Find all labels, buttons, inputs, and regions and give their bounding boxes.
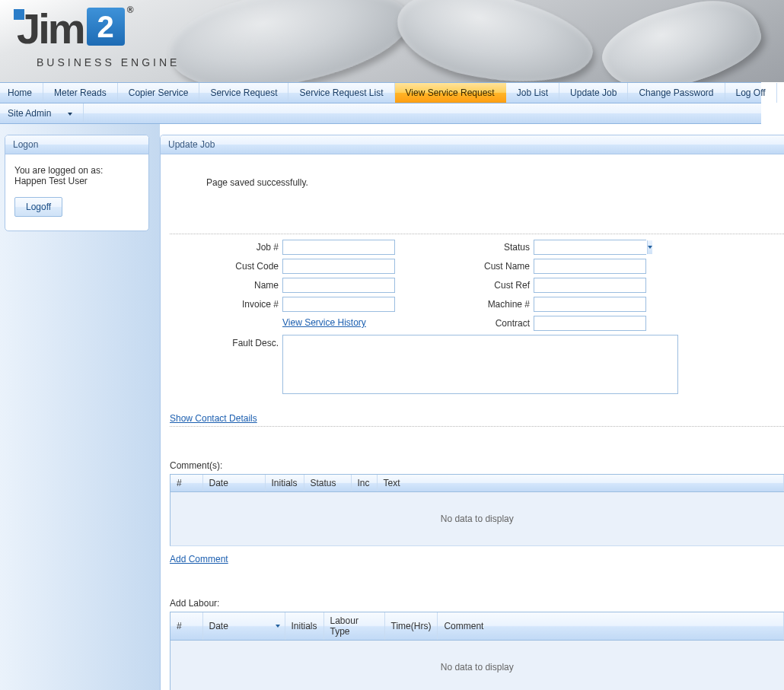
menu-copier-service[interactable]: Copier Service [118, 83, 200, 103]
primary-menubar: Home Meter Reads Copier Service Service … [0, 82, 761, 103]
input-fault-desc[interactable] [282, 335, 678, 394]
header-banner: Jim 2 ® BUSINESS ENGINE [0, 0, 784, 82]
menu-home[interactable]: Home [0, 83, 43, 103]
label-contract: Contract [397, 316, 534, 331]
view-service-history-link[interactable]: View Service History [282, 317, 366, 328]
input-cust-code[interactable] [282, 259, 395, 274]
label-fault-desc: Fault Desc. [161, 335, 282, 396]
labour-col-comment[interactable]: Comment [438, 612, 784, 641]
show-contact-details-link[interactable]: Show Contact Details [170, 413, 257, 424]
label-cust-code: Cust Code [161, 259, 282, 274]
labour-grid: # Date Initials Labour Type Time(Hrs) Co… [170, 612, 784, 690]
add-comment-link[interactable]: Add Comment [170, 554, 228, 564]
label-name: Name [161, 278, 282, 293]
label-status: Status [397, 240, 534, 255]
logon-user-name: Happen Test User [14, 176, 139, 186]
labour-col-type[interactable]: Labour Type [323, 612, 384, 641]
menu-site-admin-label: Site Admin [8, 108, 51, 119]
input-status[interactable] [534, 240, 646, 255]
input-contract[interactable] [534, 316, 646, 331]
input-cust-ref[interactable] [534, 278, 646, 293]
comments-col-date[interactable]: Date [202, 475, 265, 492]
sort-desc-icon [276, 625, 280, 628]
labour-title: Add Labour: [170, 598, 784, 609]
chevron-down-icon [68, 113, 72, 116]
menu-log-off[interactable]: Log Off [725, 83, 777, 103]
menu-view-service-request[interactable]: View Service Request [395, 83, 506, 103]
menu-service-request[interactable]: Service Request [199, 83, 288, 103]
menu-service-request-list[interactable]: Service Request List [288, 83, 394, 103]
labour-grid-header: # Date Initials Labour Type Time(Hrs) Co… [171, 612, 784, 641]
labour-col-date[interactable]: Date [202, 612, 285, 641]
comments-grid-header: # Date Initials Status Inc Text [171, 475, 784, 492]
label-cust-ref: Cust Ref [397, 278, 534, 293]
logoff-button[interactable]: Logoff [14, 197, 62, 217]
input-job-no[interactable] [282, 240, 395, 255]
labour-col-date-label: Date [209, 621, 228, 631]
label-cust-name: Cust Name [397, 259, 534, 274]
secondary-menubar: Site Admin [0, 103, 761, 124]
input-status-text[interactable] [534, 240, 647, 254]
comments-empty: No data to display [171, 492, 784, 545]
comments-col-inc[interactable]: Inc [351, 475, 377, 492]
input-name[interactable] [282, 278, 395, 293]
update-job-panel: Update Job Page saved successfully. Job … [160, 135, 784, 690]
workspace: Logon You are logged on as: Happen Test … [0, 124, 784, 690]
logon-panel-header: Logon [5, 135, 148, 154]
labour-empty: No data to display [171, 641, 784, 690]
comments-col-text[interactable]: Text [377, 475, 783, 492]
success-message: Page saved successfully. [161, 177, 784, 188]
logon-status-line: You are logged on as: [14, 165, 139, 176]
label-machine-no: Machine # [397, 297, 534, 312]
menu-change-password[interactable]: Change Password [628, 83, 725, 103]
comments-title: Comment(s): [170, 460, 784, 471]
comments-col-status[interactable]: Status [304, 475, 351, 492]
logon-panel: Logon You are logged on as: Happen Test … [5, 135, 149, 231]
comments-col-initials[interactable]: Initials [265, 475, 304, 492]
input-machine-no[interactable] [534, 297, 646, 312]
menu-job-list[interactable]: Job List [506, 83, 559, 103]
labour-col-time[interactable]: Time(Hrs) [384, 612, 438, 641]
logo-box-number: 2 [97, 10, 113, 44]
menu-meter-reads[interactable]: Meter Reads [43, 83, 118, 103]
label-invoice-no: Invoice # [161, 297, 282, 312]
comments-grid: # Date Initials Status Inc Text No data … [170, 474, 784, 546]
label-job-no: Job # [161, 240, 282, 255]
labour-col-num[interactable]: # [171, 612, 202, 641]
job-form: Job # Status Cust Code Cust Name Name Cu [161, 234, 784, 396]
update-job-header: Update Job [161, 135, 784, 154]
registered-icon: ® [127, 5, 134, 15]
logo: Jim 2 ® [17, 8, 125, 50]
comments-col-num[interactable]: # [171, 475, 202, 492]
dropdown-icon[interactable] [647, 240, 652, 254]
input-invoice-no[interactable] [282, 297, 395, 312]
logo-tagline: BUSINESS ENGINE [37, 56, 180, 68]
menu-update-job[interactable]: Update Job [559, 83, 628, 103]
input-cust-name[interactable] [534, 259, 646, 274]
logo-box: 2 ® [87, 8, 125, 46]
logo-word: Jim [17, 8, 84, 50]
menu-site-admin[interactable]: Site Admin [0, 103, 84, 123]
labour-col-initials[interactable]: Initials [285, 612, 323, 641]
